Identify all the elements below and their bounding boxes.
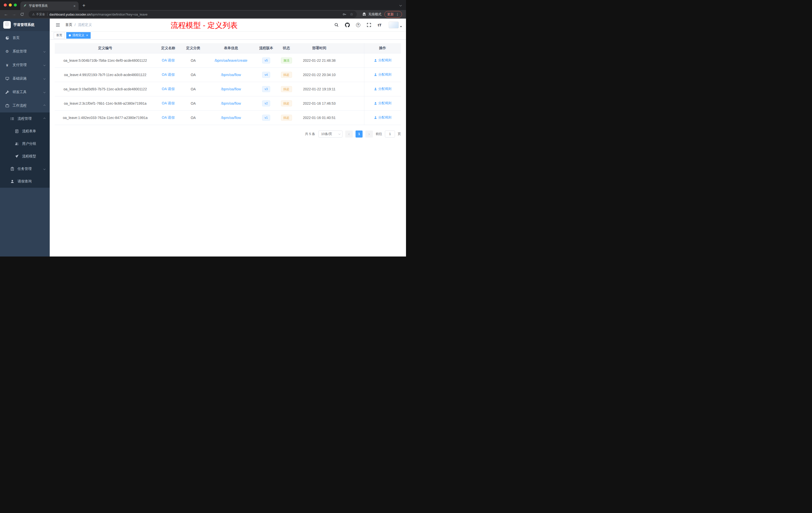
incognito-label: 无痕模式 — [368, 12, 381, 17]
not-secure-label: 不安全 — [36, 12, 45, 17]
table-row: oa_leave:2:3c1f0ef1-76b1-11ec-9c66-a2380… — [55, 96, 401, 111]
close-tab-icon[interactable]: × — [73, 4, 76, 8]
forward-button[interactable]: → — [10, 11, 18, 18]
sidebar-item-task-management[interactable]: 任务管理 — [0, 163, 50, 175]
sidebar-item-leave-query[interactable]: 请假查询 — [0, 175, 50, 188]
sidebar-item-process-model[interactable]: 流程模型 — [0, 150, 50, 163]
sidebar-item-devtools[interactable]: 研发工具 — [0, 85, 50, 99]
goto-page-input[interactable] — [385, 130, 395, 138]
definition-name-link[interactable]: OA 请假 — [162, 87, 174, 91]
col-form-info: 表单信息 — [206, 43, 256, 53]
assign-rule-link[interactable]: 分配规则 — [374, 87, 392, 91]
form-info-link[interactable]: /bpm/oa/flow — [221, 101, 241, 105]
sidebar-item-user-group[interactable]: 用户分组 — [0, 138, 50, 150]
table-row: oa_leave:3:1fad3d93-7b75-11ec-a3c8-acde4… — [55, 82, 401, 96]
sidebar-item-process-form[interactable]: 流程表单 — [0, 125, 50, 138]
address-bar[interactable]: ⚠ 不安全 dashboard.yudao.iocoder.cn/bpm/man… — [29, 11, 357, 18]
sidebar-item-infrastructure[interactable]: 基础设施 — [0, 72, 50, 85]
document-icon — [14, 129, 19, 133]
breadcrumb-current: 流程定义 — [78, 23, 92, 27]
new-tab-button[interactable]: + — [80, 2, 88, 9]
sidebar-item-label: 用户分组 — [22, 142, 36, 146]
pagination-total: 共 5 条 — [305, 132, 315, 136]
assign-rule-link[interactable]: 分配规则 — [374, 58, 392, 62]
minimize-window-button[interactable] — [9, 3, 12, 6]
back-button[interactable]: ← — [2, 11, 9, 18]
sidebar-item-payment[interactable]: ¥ 支付管理 — [0, 58, 50, 72]
cell-gap — [342, 82, 364, 96]
assign-rule-link[interactable]: 分配规则 — [374, 101, 392, 105]
page-number-button[interactable]: 1 — [355, 130, 362, 138]
table-row: oa_leave:5:004b710b-7b8a-11ec-8ef0-acde4… — [55, 53, 401, 67]
assign-rule-link[interactable]: 分配规则 — [374, 72, 392, 77]
page-size-select[interactable]: 10条/页 — [318, 130, 343, 138]
close-window-button[interactable] — [4, 3, 7, 6]
browser-tab[interactable]: 芋道管理系统 × — [20, 1, 79, 10]
person-icon — [374, 116, 377, 119]
prev-page-button[interactable]: ‹ — [345, 130, 353, 138]
browser-menu-icon[interactable]: ⋮ — [396, 12, 399, 16]
goto-label: 前往 — [376, 132, 382, 136]
tab-search-icon[interactable] — [400, 0, 402, 10]
user-avatar-menu[interactable] — [389, 22, 402, 28]
page-annotation: 流程模型 - 定义列表 — [171, 20, 238, 31]
reload-button[interactable] — [19, 11, 26, 18]
tag-home[interactable]: 首页 — [54, 32, 65, 39]
hamburger-icon[interactable] — [54, 21, 62, 29]
sidebar-item-home[interactable]: 首页 — [0, 31, 50, 45]
sidebar-item-system[interactable]: ⚙ 系统管理 — [0, 45, 50, 58]
sidebar-item-workflow[interactable]: 工作流程 — [0, 99, 50, 113]
chevron-down-icon — [44, 64, 46, 66]
favicon-icon — [23, 4, 27, 8]
cell-gap — [342, 111, 364, 125]
pagination: 共 5 条 10条/页 ‹ 1 › 前往 页 — [55, 130, 401, 138]
close-tag-icon[interactable]: × — [86, 34, 88, 37]
font-size-icon[interactable]: tT — [376, 22, 383, 28]
definition-name-link[interactable]: OA 请假 — [162, 58, 174, 62]
table-header-row: 定义编号 定义名称 定义分类 表单信息 流程版本 状态 部署时间 操作 — [55, 43, 401, 53]
tag-process-definition[interactable]: 流程定义 × — [66, 32, 91, 39]
incognito-indicator: 无痕模式 — [360, 12, 383, 17]
version-badge: v4 — [262, 72, 270, 78]
breadcrumb-home-link[interactable]: 首页 — [65, 23, 72, 27]
monitor-icon — [5, 77, 9, 81]
search-icon[interactable] — [333, 22, 340, 28]
sidebar-item-label: 流程表单 — [22, 129, 36, 133]
update-chrome-button[interactable]: 更新 ⋮ — [384, 11, 402, 18]
sidebar-item-process-management[interactable]: 流程管理 — [0, 113, 50, 125]
help-icon[interactable]: ? — [355, 22, 361, 28]
definition-name-link[interactable]: OA 请假 — [162, 101, 174, 105]
tags-view: 首页 流程定义 × — [50, 31, 406, 40]
person-icon — [374, 102, 377, 105]
next-page-button[interactable]: › — [365, 130, 373, 138]
form-info-link[interactable]: /bpm/oa/flow — [221, 73, 241, 77]
form-info-link[interactable]: /bpm/oa/leave/create — [215, 58, 248, 62]
form-info-link[interactable]: /bpm/oa/flow — [221, 87, 241, 91]
github-icon[interactable] — [344, 22, 350, 28]
zoom-window-button[interactable] — [14, 3, 17, 6]
assign-rule-link[interactable]: 分配规则 — [374, 115, 392, 120]
cell-deploy-time: 2022-01-16 17:46:53 — [297, 96, 342, 111]
workflow-submenu: 流程管理 流程表单 用户分组 — [0, 113, 50, 188]
cell-category: OA — [181, 67, 206, 82]
chevron-up-icon — [44, 118, 46, 120]
definition-name-link[interactable]: OA 请假 — [162, 116, 174, 119]
cell-definition-id: oa_leave:1:482ec033-762a-11ec-8477-a2380… — [55, 111, 156, 125]
not-secure-indicator[interactable]: ⚠ 不安全 — [32, 12, 45, 17]
definition-name-link[interactable]: OA 请假 — [162, 72, 174, 77]
sidebar-item-label: 流程管理 — [18, 117, 32, 121]
bookmark-star-icon[interactable]: ☆ — [350, 12, 353, 17]
avatar[interactable] — [389, 22, 399, 28]
sidebar-item-label: 系统管理 — [12, 49, 27, 54]
form-info-link[interactable]: /bpm/oa/flow — [221, 116, 241, 120]
chevron-down-icon — [44, 91, 46, 93]
fullscreen-icon[interactable] — [366, 22, 372, 28]
browser-toolbar: ← → ⚠ 不安全 dashboard.yudao.iocoder.cn/bpm… — [0, 10, 406, 19]
top-navbar: 首页 / 流程定义 流程模型 - 定义列表 ? — [50, 19, 406, 31]
cell-deploy-time: 2022-01-22 20:34:10 — [297, 67, 342, 82]
tag-label: 首页 — [56, 33, 62, 37]
cell-category: OA — [181, 96, 206, 111]
sidebar-item-label: 流程模型 — [22, 154, 36, 159]
password-key-icon[interactable] — [343, 12, 347, 16]
col-deploy-time: 部署时间 — [297, 43, 342, 53]
